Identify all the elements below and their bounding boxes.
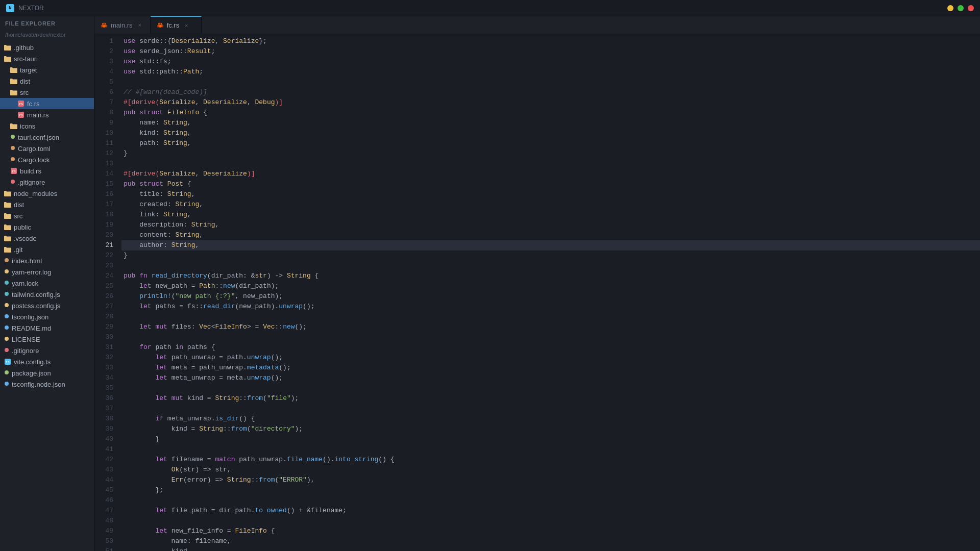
line-number-27: 27 [99, 302, 113, 312]
line-number-51: 51 [99, 546, 113, 551]
sidebar-item-node-modules[interactable]: node_modules [0, 188, 94, 199]
tab-label-main-rs: main.rs [111, 21, 133, 29]
line-number-13: 13 [99, 159, 113, 169]
sidebar-item-icons[interactable]: icons [0, 120, 94, 132]
code-line-50: name: filename, [121, 536, 980, 546]
code-line-49: let new_file_info = FileInfo { [121, 526, 980, 536]
code-line-3: use std::fs; [121, 57, 980, 67]
sidebar-label-src-root: src [14, 212, 22, 220]
sidebar-label-target: target [20, 66, 37, 74]
sidebar-item-dist-root[interactable]: dist [0, 199, 94, 210]
svg-point-15 [5, 314, 9, 318]
code-line-40: } [121, 434, 980, 444]
sidebar-item-tsconfig-node[interactable]: tsconfig.node.json [0, 379, 94, 390]
line-number-45: 45 [99, 485, 113, 495]
sidebar-item-yarn-error[interactable]: yarn-error.log [0, 266, 94, 278]
sidebar-item-package-json[interactable]: package.json [0, 367, 94, 379]
sidebar-label-tsconfig-json: tsconfig.json [12, 313, 48, 321]
sidebar-item-vscode[interactable]: .vscode [0, 233, 94, 244]
sidebar-item-build-rs[interactable]: rsbuild.rs [0, 165, 94, 177]
sidebar-item-index-html[interactable]: index.html [0, 255, 94, 266]
svg-point-11 [5, 269, 9, 273]
sidebar-label-vite-config: vite.config.ts [14, 358, 51, 366]
sidebar-item-fc-rs-file[interactable]: rsfc.rs [0, 98, 94, 109]
line-number-44: 44 [99, 475, 113, 485]
folder-icon-vscode [4, 235, 11, 242]
file-dot-cargo-toml [10, 145, 15, 153]
titlebar-controls[interactable] [947, 5, 974, 11]
sidebar-item-license[interactable]: LICENSE [0, 334, 94, 345]
sidebar-label-vscode: .vscode [14, 235, 37, 242]
sidebar-item-main-rs-file[interactable]: rsmain.rs [0, 109, 94, 120]
line-number-48: 48 [99, 516, 113, 526]
minimize-button[interactable] [947, 5, 953, 11]
sidebar-label-dist-root: dist [14, 201, 24, 209]
close-button[interactable] [968, 5, 974, 11]
sidebar-item-target[interactable]: target [0, 64, 94, 76]
code-content[interactable]: use serde::{Deserialize, Serialize};use … [117, 34, 980, 551]
tab-close-fc-rs[interactable]: × [182, 21, 190, 30]
maximize-button[interactable] [958, 5, 964, 11]
sidebar-item-readme[interactable]: README.md [0, 322, 94, 334]
folder-icon-dist [10, 78, 17, 85]
sidebar-item-github[interactable]: .github [0, 42, 94, 53]
tab-icon-fc-rs: 🦀 [157, 22, 164, 29]
sidebar-item-postcss[interactable]: postcss.config.js [0, 300, 94, 311]
code-line-19: description: String, [121, 220, 980, 230]
code-line-9: name: String, [121, 118, 980, 128]
sidebar-label-index-html: index.html [12, 257, 42, 265]
sidebar-item-gitignore-tauri[interactable]: .gitignore [0, 177, 94, 188]
file-dot-readme [4, 324, 9, 332]
line-number-25: 25 [99, 281, 113, 291]
sidebar-item-vite-config[interactable]: tsvite.config.ts [0, 356, 94, 367]
code-line-38: if meta_unwrap.is_dir() { [121, 414, 980, 424]
code-line-46 [121, 495, 980, 506]
line-number-37: 37 [99, 404, 113, 414]
sidebar-item-src-tauri[interactable]: src-tauri [0, 53, 94, 64]
sidebar-item-public[interactable]: public [0, 221, 94, 233]
sidebar-item-src[interactable]: src [0, 87, 94, 98]
sidebar-item-gitignore-root[interactable]: .gitignore [0, 345, 94, 356]
sidebar-label-cargo-toml: Cargo.toml [18, 145, 51, 153]
code-container[interactable]: 1234567891011121314151617181920212223242… [94, 34, 980, 551]
sidebar-label-readme: README.md [12, 324, 51, 332]
code-line-41 [121, 444, 980, 455]
tab-fc-rs[interactable]: 🦀 fc.rs × [151, 16, 202, 34]
sidebar-label-gitignore-root: .gitignore [12, 347, 39, 355]
code-line-22: } [121, 251, 980, 261]
line-number-29: 29 [99, 322, 113, 332]
sidebar-item-yarn-lock[interactable]: yarn.lock [0, 278, 94, 289]
code-line-36: let mut kind = String::from("file"); [121, 393, 980, 404]
folder-icon-dist-root [4, 201, 11, 208]
line-number-49: 49 [99, 526, 113, 536]
app-title: NEXTOR [18, 5, 44, 12]
folder-icon-github [4, 44, 11, 51]
line-number-15: 15 [99, 179, 113, 189]
line-number-7: 7 [99, 97, 113, 108]
folder-icon-git [4, 246, 11, 253]
file-dot-postcss [4, 302, 9, 310]
sidebar-label-yarn-lock: yarn.lock [12, 280, 38, 287]
sidebar-item-cargo-toml[interactable]: Cargo.toml [0, 143, 94, 154]
line-number-2: 2 [99, 46, 113, 57]
file-dot-gitignore-tauri [10, 179, 15, 186]
code-line-4: use std::path::Path; [121, 67, 980, 77]
sidebar-item-dist[interactable]: dist [0, 76, 94, 87]
code-line-27: let paths = fs::read_dir(new_path).unwra… [121, 302, 980, 312]
line-number-31: 31 [99, 342, 113, 353]
sidebar-item-src-root[interactable]: src [0, 210, 94, 221]
sidebar-item-git[interactable]: .git [0, 244, 94, 255]
file-dot-cargo-lock [10, 156, 15, 164]
line-number-47: 47 [99, 506, 113, 516]
code-line-11: path: String, [121, 138, 980, 148]
tab-close-main-rs[interactable]: × [136, 21, 144, 29]
sidebar-item-tsconfig-json[interactable]: tsconfig.json [0, 311, 94, 322]
tab-main-rs[interactable]: 🦀 main.rs × [94, 16, 151, 34]
sidebar-item-tailwind[interactable]: tailwind.config.js [0, 289, 94, 300]
code-line-37 [121, 404, 980, 414]
file-dot-tauri-conf [10, 134, 15, 141]
sidebar-item-tauri-conf[interactable]: tauri.conf.json [0, 132, 94, 143]
file-dot-yarn-error [4, 268, 9, 276]
code-line-1: use serde::{Deserialize, Serialize}; [121, 36, 980, 46]
sidebar-item-cargo-lock[interactable]: Cargo.lock [0, 154, 94, 165]
